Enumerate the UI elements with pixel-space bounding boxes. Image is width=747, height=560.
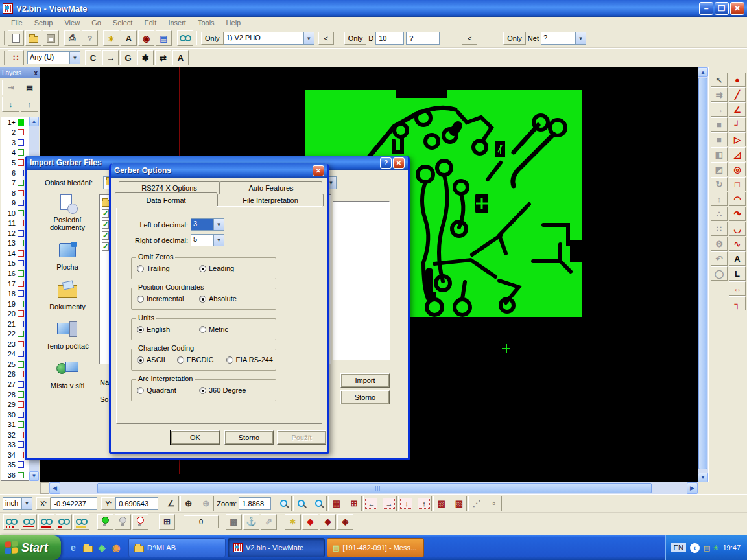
undo-icon[interactable]: ↶ xyxy=(711,251,728,266)
layer-row[interactable]: 4 xyxy=(1,148,29,158)
layer-color-swatch[interactable] xyxy=(18,371,24,377)
highlight-star-button[interactable]: ✱ xyxy=(137,50,154,65)
layer-color-swatch[interactable] xyxy=(18,139,24,146)
angle-icon[interactable]: ∠ xyxy=(163,496,179,511)
mirror-icon[interactable]: ◧ xyxy=(711,147,728,161)
chevron-down-icon[interactable]: ▼ xyxy=(213,235,224,246)
draw-open-angle-icon[interactable]: ▷ xyxy=(729,132,746,146)
layer-color-swatch[interactable] xyxy=(18,180,24,186)
menu-insert[interactable]: Insert xyxy=(162,18,192,27)
help-book-icon[interactable]: ◈ xyxy=(96,542,108,554)
apply-button[interactable]: Použít xyxy=(277,430,326,445)
start-button[interactable]: Start xyxy=(0,535,61,560)
browse-lines-icon[interactable] xyxy=(21,514,37,530)
snap-circle-icon[interactable]: ◉ xyxy=(138,30,154,46)
layer-color-swatch[interactable] xyxy=(18,129,24,135)
layer-row[interactable]: 36 xyxy=(1,470,29,480)
layer-color-swatch[interactable] xyxy=(18,432,24,438)
close-icon[interactable]: ✕ xyxy=(393,158,405,169)
text-icon[interactable]: A xyxy=(729,251,746,266)
radio-icon[interactable] xyxy=(199,296,206,303)
browse-pads-icon[interactable] xyxy=(38,514,54,530)
dcode-input[interactable]: 10 xyxy=(375,32,404,45)
layer-color-swatch[interactable] xyxy=(18,472,24,478)
taskbar-task[interactable]: ▤[191-482-091] - Mess... xyxy=(327,538,424,557)
scroll-right-icon[interactable]: ▶ xyxy=(687,482,698,494)
radio-icon[interactable] xyxy=(177,356,184,364)
toolbar-grip[interactable] xyxy=(196,31,198,45)
layer-color-swatch[interactable] xyxy=(18,119,24,126)
taskbar-task[interactable]: V2.bin - ViewMate xyxy=(228,538,325,557)
resize-icon[interactable]: ↕ xyxy=(711,192,728,206)
highlight-c-button[interactable]: C xyxy=(85,50,101,65)
folder-launch-icon[interactable] xyxy=(82,542,93,554)
prev-layer-button[interactable]: < xyxy=(318,32,334,45)
draw-polyline-icon[interactable]: ∠ xyxy=(729,102,746,117)
layer-color-swatch[interactable] xyxy=(18,170,24,176)
close-icon[interactable]: x xyxy=(34,69,38,76)
layer-row[interactable]: 35 xyxy=(1,460,29,471)
layer-color-swatch[interactable] xyxy=(18,391,24,398)
browse-notes-icon[interactable] xyxy=(73,514,89,530)
draw-arc-icon[interactable]: ↷ xyxy=(729,207,746,221)
layer-color-swatch[interactable] xyxy=(18,260,24,266)
chevron-down-icon[interactable]: ▼ xyxy=(575,32,586,44)
vertex-edit-icon[interactable]: ⇗ xyxy=(261,514,277,530)
tile-windows-icon[interactable]: ⊞ xyxy=(159,514,175,530)
radio-absolute[interactable]: Absolute xyxy=(199,295,237,303)
pad-scratch-icon[interactable]: ◆ xyxy=(320,514,336,530)
select-arrow-icon[interactable]: ↖ xyxy=(711,73,728,87)
print-icon[interactable]: ⎙ xyxy=(64,30,80,46)
browse-marks-icon[interactable] xyxy=(56,514,72,530)
highlight-a-button[interactable]: A xyxy=(172,50,189,65)
layer-color-swatch[interactable] xyxy=(18,341,24,347)
pad-fill-icon[interactable]: ◆ xyxy=(302,514,318,530)
layer-color-swatch[interactable] xyxy=(18,190,24,196)
flash-highlight-icon[interactable]: ∗ xyxy=(103,30,119,46)
taskbar-task[interactable]: D:\MLAB xyxy=(128,538,226,557)
minimize-button[interactable]: – xyxy=(699,2,713,15)
close-icon[interactable]: ✕ xyxy=(313,165,324,176)
tab-data-format[interactable]: Data Format xyxy=(115,192,217,207)
scroll-left-icon[interactable]: ◀ xyxy=(49,482,60,494)
pan-right-icon[interactable]: → xyxy=(381,496,397,511)
clock[interactable]: 19:47 xyxy=(722,544,741,552)
chevron-down-icon[interactable]: ▼ xyxy=(213,219,224,230)
layer-color-swatch[interactable] xyxy=(18,452,24,458)
import-button[interactable]: Import xyxy=(340,373,390,388)
gear-icon[interactable]: ⚙ xyxy=(711,237,728,251)
pad-center-icon[interactable]: ◈ xyxy=(337,514,353,530)
zoom-in-icon[interactable] xyxy=(276,496,292,511)
radio-icon[interactable] xyxy=(137,296,144,303)
menu-edit[interactable]: Edit xyxy=(138,18,162,27)
layer-color-swatch[interactable] xyxy=(18,240,24,246)
height-gauge-icon[interactable]: A xyxy=(121,30,137,46)
elbow2-icon[interactable]: ┐ xyxy=(729,296,746,310)
radio-icon[interactable] xyxy=(226,356,233,364)
pad-flash-icon[interactable]: ● xyxy=(729,73,746,87)
step-grid-icon[interactable]: ▧ xyxy=(433,496,449,511)
draw-triangle-icon[interactable]: ◿ xyxy=(729,147,746,161)
radio-leading[interactable]: Leading xyxy=(199,264,234,272)
cancel-button[interactable]: Storno xyxy=(224,430,274,445)
layer-color-swatch[interactable] xyxy=(18,281,24,287)
group-select-icon[interactable]: ◯ xyxy=(711,266,728,281)
fill-rect-icon[interactable]: ■ xyxy=(711,117,728,132)
place-documents[interactable]: Dokumenty xyxy=(49,281,86,310)
dcode-grid-icon[interactable]: ∷ xyxy=(8,50,24,65)
layer-ref-lamp-icon[interactable] xyxy=(132,514,148,530)
layer-off-lamp-icon[interactable] xyxy=(115,514,131,530)
radio-eia-rs-244[interactable]: EIA RS-244 xyxy=(226,356,273,364)
draw-elbow-icon[interactable]: ┘ xyxy=(729,117,746,132)
grid-settings-icon[interactable]: ⊞ xyxy=(346,496,362,511)
menu-go[interactable]: Go xyxy=(86,18,107,27)
layer-row[interactable]: 1+ xyxy=(1,117,29,128)
layer-row[interactable]: 2 xyxy=(1,128,29,138)
grid-points-icon[interactable]: ▩ xyxy=(226,514,242,530)
grid-toggle-icon[interactable]: ▦ xyxy=(328,496,344,511)
layer-color-swatch[interactable] xyxy=(18,321,24,327)
place-my-computer[interactable]: Tento počítač xyxy=(46,321,88,350)
layer-color-swatch[interactable] xyxy=(18,301,24,307)
radio-ascii[interactable]: ASCII xyxy=(137,356,177,364)
dcode-type-combo[interactable]: Any (U) ▼ xyxy=(27,51,80,64)
